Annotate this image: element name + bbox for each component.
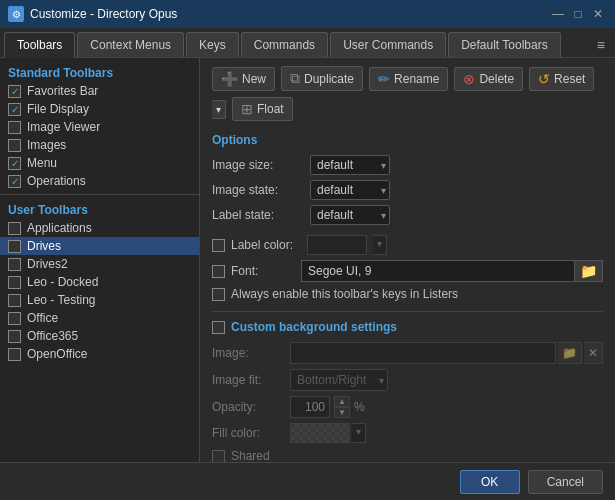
- list-item[interactable]: Drives: [0, 237, 199, 255]
- list-item[interactable]: Menu: [0, 154, 199, 172]
- tab-toolbars[interactable]: Toolbars: [4, 32, 75, 58]
- list-item[interactable]: Leo - Testing: [0, 291, 199, 309]
- custom-background-section: Custom background settings Image: 📁 ✕ Im…: [212, 311, 603, 462]
- font-input[interactable]: [301, 260, 575, 282]
- always-enable-checkbox[interactable]: [212, 288, 225, 301]
- bg-image-folder-button[interactable]: 📁: [558, 342, 582, 364]
- list-item[interactable]: File Display: [0, 100, 199, 118]
- favorites-bar-checkbox[interactable]: [8, 85, 21, 98]
- ok-button[interactable]: OK: [460, 470, 520, 494]
- list-item[interactable]: Drives2: [0, 255, 199, 273]
- leo-docked-checkbox[interactable]: [8, 276, 21, 289]
- rename-icon: ✏: [378, 71, 390, 87]
- image-size-label: Image size:: [212, 155, 302, 175]
- list-item[interactable]: Office: [0, 309, 199, 327]
- duplicate-button[interactable]: ⧉ Duplicate: [281, 66, 363, 91]
- float-icon: ⊞: [241, 101, 253, 117]
- tab-context-menus[interactable]: Context Menus: [77, 32, 184, 57]
- drives2-checkbox[interactable]: [8, 258, 21, 271]
- cancel-button[interactable]: Cancel: [528, 470, 603, 494]
- list-item[interactable]: Images: [0, 136, 199, 154]
- font-folder-button[interactable]: 📁: [575, 260, 603, 282]
- duplicate-label: Duplicate: [304, 72, 354, 86]
- main-container: Toolbars Context Menus Keys Commands Use…: [0, 28, 615, 500]
- label-color-dropdown[interactable]: ▾: [373, 235, 387, 255]
- reset-label: Reset: [554, 72, 585, 86]
- drives-checkbox[interactable]: [8, 240, 21, 253]
- custom-bg-title: Custom background settings: [231, 320, 397, 334]
- maximize-button[interactable]: □: [569, 5, 587, 23]
- reset-button[interactable]: ↺ Reset: [529, 67, 594, 91]
- images-checkbox[interactable]: [8, 139, 21, 152]
- bg-opacity-input[interactable]: [290, 396, 330, 418]
- rename-button[interactable]: ✏ Rename: [369, 67, 448, 91]
- tab-commands[interactable]: Commands: [241, 32, 328, 57]
- label-state-label: Label state:: [212, 205, 302, 225]
- list-item[interactable]: Applications: [0, 219, 199, 237]
- list-item[interactable]: Leo - Docked: [0, 273, 199, 291]
- tab-keys[interactable]: Keys: [186, 32, 239, 57]
- list-item[interactable]: Image Viewer: [0, 118, 199, 136]
- delete-button[interactable]: ⊗ Delete: [454, 67, 523, 91]
- list-item[interactable]: Favorites Bar: [0, 82, 199, 100]
- office-label: Office: [27, 311, 58, 325]
- applications-checkbox[interactable]: [8, 222, 21, 235]
- label-color-checkbox[interactable]: [212, 239, 225, 252]
- always-enable-row: Always enable this toolbar's keys in Lis…: [212, 287, 603, 301]
- reset-dropdown-button[interactable]: ▾: [212, 100, 226, 119]
- tab-default-toolbars[interactable]: Default Toolbars: [448, 32, 561, 57]
- tabs-row: Toolbars Context Menus Keys Commands Use…: [0, 28, 615, 58]
- operations-checkbox[interactable]: [8, 175, 21, 188]
- menu-checkbox[interactable]: [8, 157, 21, 170]
- bg-image-fit-select[interactable]: Bottom/Right Stretch Tile Center: [290, 369, 388, 391]
- leo-testing-label: Leo - Testing: [27, 293, 96, 307]
- list-item[interactable]: OpenOffice: [0, 345, 199, 363]
- tabs-menu-button[interactable]: ≡: [591, 37, 611, 53]
- fill-color-box[interactable]: [290, 423, 350, 443]
- bg-image-input[interactable]: [290, 342, 556, 364]
- shared-checkbox[interactable]: [212, 450, 225, 463]
- content-area: Standard Toolbars Favorites Bar File Dis…: [0, 58, 615, 462]
- opacity-decrement-button[interactable]: ▼: [334, 407, 350, 418]
- close-button[interactable]: ✕: [589, 5, 607, 23]
- images-label: Images: [27, 138, 66, 152]
- bg-image-fit-row: Bottom/Right Stretch Tile Center: [290, 369, 603, 391]
- left-panel: Standard Toolbars Favorites Bar File Dis…: [0, 58, 200, 462]
- opacity-increment-button[interactable]: ▲: [334, 396, 350, 407]
- leo-testing-checkbox[interactable]: [8, 294, 21, 307]
- minimize-button[interactable]: —: [549, 5, 567, 23]
- custom-bg-checkbox[interactable]: [212, 321, 225, 334]
- office365-checkbox[interactable]: [8, 330, 21, 343]
- options-title: Options: [212, 133, 603, 147]
- openoffice-checkbox[interactable]: [8, 348, 21, 361]
- image-state-select[interactable]: defaultonoff: [310, 180, 390, 200]
- office-checkbox[interactable]: [8, 312, 21, 325]
- drives-label: Drives: [27, 239, 61, 253]
- bg-image-clear-button[interactable]: ✕: [584, 342, 603, 364]
- new-button[interactable]: ➕ New: [212, 67, 275, 91]
- float-button[interactable]: ⊞ Float: [232, 97, 293, 121]
- file-display-label: File Display: [27, 102, 89, 116]
- rename-label: Rename: [394, 72, 439, 86]
- label-color-row: Label color: ▾: [212, 235, 603, 255]
- bg-image-row: 📁 ✕: [290, 342, 603, 364]
- label-color-box[interactable]: [307, 235, 367, 255]
- tab-user-commands[interactable]: User Commands: [330, 32, 446, 57]
- leo-docked-label: Leo - Docked: [27, 275, 98, 289]
- fill-color-dropdown[interactable]: ▾: [352, 423, 366, 443]
- image-size-value: defaultsmalllarge: [310, 155, 603, 175]
- list-item[interactable]: Office365: [0, 327, 199, 345]
- bg-opacity-label: Opacity:: [212, 396, 282, 418]
- bg-options-grid: Image: 📁 ✕ Image fit: Bottom/Right Stret…: [212, 342, 603, 443]
- label-state-value: defaultonoff: [310, 205, 603, 225]
- image-viewer-checkbox[interactable]: [8, 121, 21, 134]
- label-color-label: Label color:: [231, 238, 301, 252]
- list-item[interactable]: Operations: [0, 172, 199, 190]
- font-checkbox[interactable]: [212, 265, 225, 278]
- image-size-select[interactable]: defaultsmalllarge: [310, 155, 390, 175]
- label-state-select[interactable]: defaultonoff: [310, 205, 390, 225]
- new-icon: ➕: [221, 71, 238, 87]
- file-display-checkbox[interactable]: [8, 103, 21, 116]
- window-title: Customize - Directory Opus: [30, 7, 177, 21]
- font-label: Font:: [231, 264, 301, 278]
